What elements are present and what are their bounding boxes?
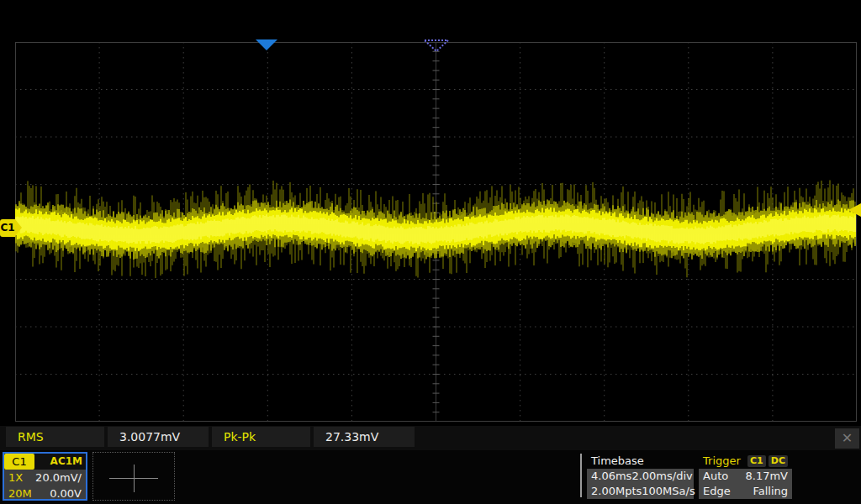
trigger-source-badge: C1	[747, 455, 766, 467]
channel1-header: C1 AC1M	[4, 454, 86, 470]
trigger-level: 8.17mV	[745, 469, 788, 484]
trigger-mode: Auto	[703, 469, 728, 484]
trigger-position-marker-icon[interactable]	[256, 39, 277, 50]
status-strip: C1 AC1M 1X 20.0mV/ 20M 0.00V Timebase 4.…	[0, 450, 861, 504]
channel1-descriptor-box[interactable]: C1 AC1M 1X 20.0mV/ 20M 0.00V	[3, 452, 87, 501]
measurement-bar: RMS 3.0077mV Pk-Pk 27.33mV	[0, 426, 861, 450]
trigger-type: Edge	[703, 484, 731, 499]
channel1-bandwidth: 20M	[8, 486, 32, 501]
measurement-label-rms[interactable]: RMS	[6, 427, 104, 447]
close-measurements-button[interactable]: ✕	[835, 428, 859, 449]
trigger-box[interactable]: Trigger C1 DC Auto 8.17mV Edge Falling	[699, 454, 792, 499]
channel1-offset: 0.00V	[50, 486, 82, 501]
delay-reference-marker-icon[interactable]	[423, 39, 450, 54]
status-divider	[580, 454, 582, 497]
channel1-probe: 1X	[8, 470, 23, 486]
channel1-scale: 20.0mV/	[35, 470, 82, 486]
close-icon: ✕	[842, 430, 853, 446]
timebase-scale: 2.00ms/div	[631, 469, 692, 484]
channel1-bw-offset-row: 20M 0.00V	[4, 486, 86, 501]
channel1-coupling: AC1M	[34, 454, 86, 470]
timebase-points: 2.00Mpts	[591, 484, 642, 499]
add-channel-placeholder[interactable]	[92, 452, 175, 501]
trigger-coupling-badge: DC	[769, 455, 788, 467]
channel1-badge: C1	[4, 454, 34, 470]
channel1-level-tag[interactable]: C1	[0, 219, 15, 237]
measurement-label-pkpk[interactable]: Pk-Pk	[212, 427, 310, 447]
timebase-delay: 4.06ms	[591, 469, 631, 484]
trigger-level-arrow-icon[interactable]	[848, 203, 861, 217]
waveform-display	[15, 42, 857, 422]
oscilloscope-screen: C1 RMS 3.0077mV Pk-Pk 27.33mV ✕ C1 AC1M …	[0, 0, 861, 504]
channel1-trace	[15, 42, 857, 422]
channel1-probe-scale-row: 1X 20.0mV/	[4, 470, 86, 486]
measurement-value-rms: 3.0077mV	[108, 427, 209, 447]
timebase-title: Timebase	[591, 454, 644, 469]
measurement-value-pkpk: 27.33mV	[314, 427, 415, 447]
timebase-box[interactable]: Timebase 4.06ms 2.00ms/div 2.00Mpts 100M…	[587, 454, 694, 499]
trigger-slope: Falling	[753, 484, 788, 499]
timebase-samplerate: 100MSa/s	[642, 484, 695, 499]
add-channel-icon	[134, 465, 135, 492]
trigger-title: Trigger	[703, 454, 741, 469]
